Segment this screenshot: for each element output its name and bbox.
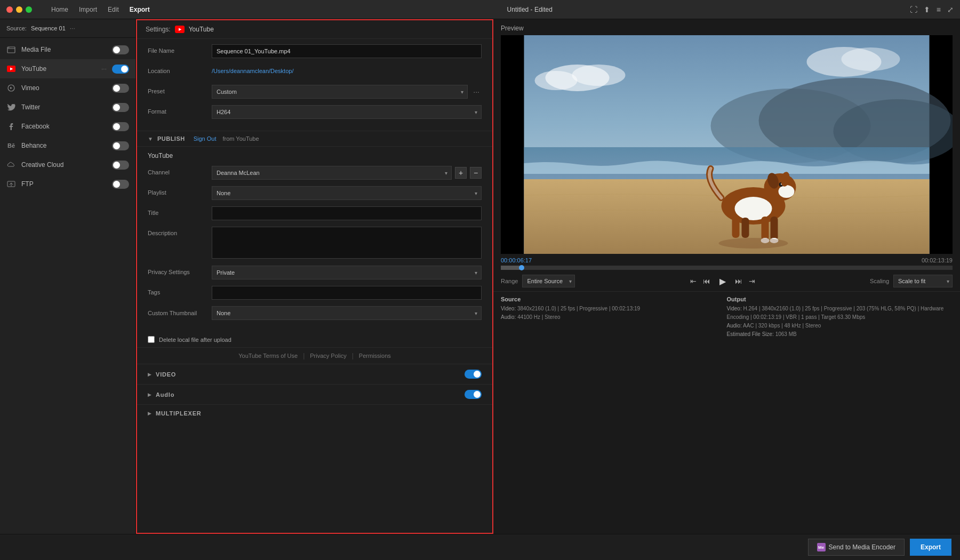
- maximize-button[interactable]: [26, 6, 32, 13]
- close-button[interactable]: [6, 6, 13, 13]
- video-section-header[interactable]: ▶ VIDEO: [148, 364, 482, 384]
- behance-label: Behance: [21, 142, 107, 149]
- from-platform-label: from YouTube: [223, 135, 259, 142]
- location-row: Location /Users/deannamclean/Desktop/: [148, 65, 482, 79]
- audio-toggle[interactable]: [465, 390, 482, 399]
- channel-select[interactable]: Deanna McLean: [212, 166, 452, 180]
- sidebar-item-facebook[interactable]: Facebook: [0, 117, 135, 136]
- location-link[interactable]: /Users/deannamclean/Desktop/: [212, 65, 482, 74]
- export-button[interactable]: Export: [910, 539, 951, 556]
- title-input[interactable]: [212, 206, 482, 220]
- sidebar-item-twitter[interactable]: Twitter: [0, 98, 135, 117]
- tags-control: [212, 286, 482, 300]
- svg-point-1: [9, 47, 10, 49]
- facebook-toggle[interactable]: [112, 122, 129, 131]
- source-audio-info: Audio: 44100 Hz | Stereo: [501, 313, 727, 322]
- file-name-input[interactable]: [212, 44, 482, 58]
- behance-toggle[interactable]: [112, 141, 129, 150]
- svg-point-27: [535, 71, 578, 90]
- nav-home[interactable]: Home: [51, 6, 68, 13]
- sidebar-item-ftp[interactable]: FTP: [0, 174, 135, 194]
- youtube-options-icon[interactable]: ···: [101, 65, 107, 73]
- playlist-select[interactable]: None: [212, 186, 482, 200]
- source-video-label: Video:: [501, 306, 516, 311]
- sidebar-item-vimeo[interactable]: Vimeo: [0, 78, 135, 98]
- go-to-in-button[interactable]: ⇤: [689, 276, 698, 286]
- format-row: Format H264 H265 ProRes: [148, 105, 482, 120]
- output-title: Output: [727, 296, 953, 302]
- sidebar-item-youtube[interactable]: ▶ YouTube ···: [0, 59, 135, 78]
- svg-rect-19: [771, 217, 778, 241]
- multiplexer-section-header[interactable]: ▶ MULTIPLEXER: [148, 405, 482, 422]
- nav-import[interactable]: Import: [79, 6, 97, 13]
- svg-point-29: [842, 47, 900, 71]
- tags-input[interactable]: [212, 286, 482, 300]
- privacy-policy-link[interactable]: Privacy Policy: [310, 353, 346, 359]
- video-toggle[interactable]: [465, 370, 482, 379]
- minimize-button[interactable]: [16, 6, 22, 13]
- settings-icon[interactable]: ⛶: [910, 5, 917, 14]
- thumbnail-control: None: [212, 306, 482, 320]
- preview-header: Preview: [493, 19, 960, 35]
- fullscreen-icon[interactable]: ⤢: [947, 5, 954, 14]
- sidebar-options-icon[interactable]: ···: [70, 25, 75, 32]
- youtube-icon: ▶: [6, 64, 16, 74]
- step-forward-button[interactable]: ⏭: [734, 276, 743, 286]
- range-select[interactable]: Entire Source Work Area Custom: [522, 275, 575, 287]
- output-audio-label: Audio:: [727, 323, 742, 329]
- scaling-select[interactable]: Scale to fit Fit entire source: [893, 275, 953, 287]
- audio-section-header[interactable]: ▶ AudIo: [148, 385, 482, 404]
- creative-cloud-toggle[interactable]: [112, 161, 129, 170]
- send-to-encoder-button[interactable]: Me Send to Media Encoder: [808, 539, 905, 556]
- twitter-toggle[interactable]: [112, 103, 129, 112]
- source-audio-value: 44100 Hz | Stereo: [517, 314, 560, 320]
- location-control: /Users/deannamclean/Desktop/: [212, 65, 482, 74]
- playlist-label: Playlist: [148, 186, 212, 196]
- step-back-button[interactable]: ⏮: [702, 276, 711, 286]
- svg-point-24: [719, 238, 788, 249]
- media-file-toggle[interactable]: [112, 45, 129, 54]
- description-input[interactable]: [212, 227, 482, 259]
- play-button[interactable]: ▶: [716, 274, 730, 288]
- delete-local-row: Delete local file after upload: [137, 332, 492, 347]
- settings-header: Settings: YouTube: [137, 20, 492, 39]
- remove-channel-button[interactable]: −: [470, 167, 482, 179]
- settings-platform: YouTube: [189, 26, 214, 33]
- preset-options-button[interactable]: ···: [471, 86, 482, 97]
- timeline-track[interactable]: [501, 266, 953, 270]
- title-row: Title: [148, 206, 482, 221]
- tos-link[interactable]: YouTube Terms of Use: [238, 353, 298, 359]
- nav-edit[interactable]: Edit: [108, 6, 119, 13]
- vimeo-toggle[interactable]: [112, 84, 129, 93]
- menu-icon[interactable]: ≡: [937, 5, 941, 14]
- youtube-toggle[interactable]: [112, 65, 129, 74]
- output-filesize-value: 1063 MB: [775, 331, 797, 337]
- vimeo-label: Vimeo: [21, 84, 107, 92]
- sidebar-item-creative-cloud[interactable]: Creative Cloud: [0, 155, 135, 174]
- current-time: 00:00:06:17: [501, 257, 532, 263]
- thumbnail-row: Custom Thumbnail None: [148, 306, 482, 321]
- sidebar-item-media-file[interactable]: Media File: [0, 40, 135, 59]
- timeline-thumb[interactable]: [519, 265, 524, 270]
- nav-export[interactable]: Export: [130, 6, 150, 13]
- sidebar-item-behance[interactable]: Bē Behance: [0, 136, 135, 155]
- ftp-toggle[interactable]: [112, 180, 129, 189]
- share-icon[interactable]: ⬆: [924, 5, 930, 14]
- permissions-link[interactable]: Permissions: [359, 353, 391, 359]
- media-file-icon: [6, 45, 16, 54]
- add-channel-button[interactable]: +: [455, 167, 467, 179]
- thumbnail-select[interactable]: None: [212, 306, 482, 320]
- preset-select[interactable]: Custom High Quality Medium Quality: [212, 85, 468, 99]
- format-select[interactable]: H264 H265 ProRes: [212, 105, 482, 119]
- privacy-select[interactable]: Private Public Unlisted: [212, 266, 482, 279]
- video-section-label: VIDEO: [156, 371, 460, 378]
- publish-collapse-icon[interactable]: ▼: [148, 136, 153, 142]
- source-label: Source:: [6, 25, 27, 31]
- sidebar-header: Source: Sequence 01 ···: [0, 19, 135, 38]
- go-to-out-button[interactable]: ⇥: [748, 276, 756, 286]
- multiplexer-section: ▶ MULTIPLEXER: [137, 404, 492, 422]
- delete-local-checkbox[interactable]: [148, 336, 155, 343]
- total-time: 00:02:13:19: [922, 257, 953, 263]
- sign-out-button[interactable]: Sign Out: [194, 135, 217, 142]
- tags-row: Tags: [148, 286, 482, 301]
